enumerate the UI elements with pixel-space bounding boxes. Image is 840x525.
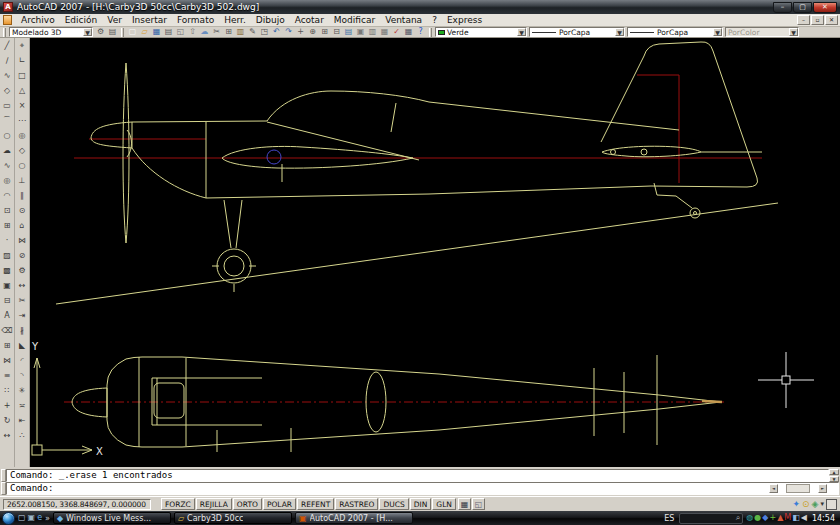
menu-item[interactable]: Formato <box>172 14 219 27</box>
hatch-icon[interactable]: ▨ <box>1 248 14 263</box>
menu-item[interactable]: Ver <box>102 14 127 27</box>
snap-node-icon[interactable]: ⊙ <box>16 203 29 218</box>
snap-none-icon[interactable]: ⊘ <box>16 248 29 263</box>
status-toggle[interactable]: DIN <box>410 498 432 510</box>
undo-icon[interactable]: ↶ <box>271 27 282 37</box>
polygon-icon[interactable]: ◇ <box>1 83 14 98</box>
maximize-button[interactable]: ▢ <box>793 2 812 13</box>
scroll-up-icon[interactable]: ▲ <box>829 469 839 475</box>
command-scrollbar[interactable]: ▲ ▼ <box>829 469 839 482</box>
language-indicator[interactable]: ES <box>662 514 676 523</box>
rotate-icon[interactable]: ↻ <box>1 413 14 428</box>
menu-item[interactable]: Acotar <box>290 14 329 27</box>
communication-center-icon[interactable]: ✦ <box>792 498 800 510</box>
chevron-down-icon[interactable]: ▼ <box>615 28 624 36</box>
snap-quadrant-icon[interactable]: ◇ <box>16 143 29 158</box>
designcenter-icon[interactable]: ▣ <box>355 27 366 37</box>
markup-icon[interactable]: ✓ <box>391 27 402 37</box>
tray-icon-update[interactable]: ● <box>754 512 761 524</box>
save-icon[interactable]: ▦ <box>151 27 162 37</box>
crosshair-cursor[interactable] <box>758 352 814 408</box>
command-history[interactable]: Comando: _.erase 1 encontrados <box>6 469 829 482</box>
stretch-icon[interactable]: ↔ <box>16 278 29 293</box>
properties-icon[interactable]: ▤ <box>343 27 354 37</box>
sheet-set-manager-icon[interactable]: ▦ <box>379 27 390 37</box>
snap-extension-icon[interactable]: ⋯ <box>16 113 29 128</box>
zoom-window-icon[interactable]: ⊞ <box>319 27 330 37</box>
menu-item[interactable]: Ventana <box>380 14 427 27</box>
search-icon[interactable]: ⌕ <box>736 513 740 523</box>
minimize-button[interactable]: – <box>773 2 792 13</box>
chevron-down-icon[interactable]: ▼ <box>713 28 722 36</box>
snap-center-icon[interactable]: ◎ <box>16 128 29 143</box>
3d-dwf-icon[interactable]: ☁ <box>199 27 210 37</box>
command-input[interactable]: Comando: <box>6 482 839 495</box>
insert-block-icon[interactable]: ⊡ <box>1 203 14 218</box>
tray-icon-shield[interactable]: + <box>769 512 776 524</box>
scroll-left-icon[interactable]: ◄ <box>769 484 778 493</box>
search-deskbar[interactable]: ⌕ <box>679 513 743 524</box>
lengthen-icon[interactable]: ⇤ <box>16 413 29 428</box>
taskbar-clock[interactable]: 14:54 <box>810 514 838 523</box>
status-toggle[interactable]: RASTREO <box>335 498 378 510</box>
make-block-icon[interactable]: ⊞ <box>1 218 14 233</box>
circle-icon[interactable]: ○ <box>1 128 14 143</box>
array-icon[interactable]: ∷ <box>1 383 14 398</box>
drawing-document-icon[interactable] <box>3 15 12 25</box>
arc-icon[interactable]: ⌒ <box>1 113 14 128</box>
osnap-settings-icon[interactable]: ⚙ <box>16 263 29 278</box>
coordinates-readout[interactable]: 2652.008150, 3368.848697, 0.000000 <box>3 499 151 510</box>
child-minimize-button[interactable]: – <box>797 15 810 25</box>
plot-preview-icon[interactable]: ◱ <box>175 27 186 37</box>
ellipse-arc-icon[interactable]: ◠ <box>1 188 14 203</box>
menu-item[interactable]: Insertar <box>127 14 172 27</box>
task-autocad[interactable]: ▣AutoCAD 2007 - [H... <box>295 512 413 524</box>
child-restore-button[interactable]: ▫ <box>811 15 824 25</box>
help-icon[interactable]: ? <box>415 27 426 37</box>
lineweight-combo[interactable]: PorCapa ▼ <box>627 27 723 37</box>
show-desktop-icon[interactable]: ▢ <box>18 512 26 524</box>
quickcalc-icon[interactable]: ▦ <box>403 27 414 37</box>
revcloud-icon[interactable]: ☁ <box>1 143 14 158</box>
explode-icon[interactable]: ✳ <box>16 383 29 398</box>
line-icon[interactable]: ╱ <box>1 38 14 53</box>
snap-tangent-icon[interactable]: ○ <box>16 158 29 173</box>
temporary-track-icon[interactable]: ⌖ <box>16 38 29 53</box>
publish-icon[interactable]: ⇧ <box>187 27 198 37</box>
workspace-save-icon[interactable]: ▤ <box>107 27 118 37</box>
ellipse-icon[interactable]: ◎ <box>1 173 14 188</box>
volume-icon[interactable]: ◀ <box>801 512 807 524</box>
break-icon[interactable]: ◣ <box>16 338 29 353</box>
snap-intersection-icon[interactable]: × <box>16 98 29 113</box>
command-hscrollbar[interactable]: ◄ ► <box>769 484 827 493</box>
child-close-button[interactable]: ✕ <box>825 15 838 25</box>
match-properties-icon[interactable]: ✎ <box>247 27 258 37</box>
drawing-canvas[interactable]: Y X <box>30 38 840 467</box>
open-icon[interactable]: ▱ <box>139 27 150 37</box>
window-switcher-icon[interactable]: ▣ <box>28 512 36 524</box>
fillet-icon[interactable]: ◝ <box>16 368 29 383</box>
erase-icon[interactable]: ⌫ <box>1 323 14 338</box>
gradient-icon[interactable]: ▩ <box>1 263 14 278</box>
region-icon[interactable]: ▣ <box>1 278 14 293</box>
status-toggle[interactable]: REFENT <box>297 498 334 510</box>
break-point-icon[interactable]: ∦ <box>16 323 29 338</box>
new-icon[interactable]: ▢ <box>127 27 138 37</box>
scroll-thumb[interactable] <box>786 484 810 493</box>
snap-endpoint-icon[interactable]: □ <box>16 68 29 83</box>
copy-icon[interactable]: ⊞ <box>223 27 234 37</box>
linetype-combo[interactable]: PorCapa ▼ <box>529 27 625 37</box>
divide-icon[interactable]: ∴ <box>16 428 29 443</box>
extend-icon[interactable]: ⇥ <box>16 308 29 323</box>
toolbar-grip[interactable] <box>3 28 6 37</box>
task-windows-live-messenger[interactable]: ◆Windows Live Mess... <box>53 512 171 524</box>
menu-item[interactable]: ? <box>427 14 442 27</box>
color-combo[interactable]: Verde ▼ <box>435 27 527 37</box>
polyline-icon[interactable]: ∿ <box>1 68 14 83</box>
join-icon[interactable]: ≍ <box>16 398 29 413</box>
scale-icon[interactable]: ↔ <box>1 428 14 443</box>
point-icon[interactable]: · <box>1 233 14 248</box>
tray-icon-display[interactable]: ◧ <box>792 512 800 524</box>
zoom-previous-icon[interactable]: ⊟ <box>331 27 342 37</box>
snap-from-icon[interactable]: ∟ <box>16 53 29 68</box>
